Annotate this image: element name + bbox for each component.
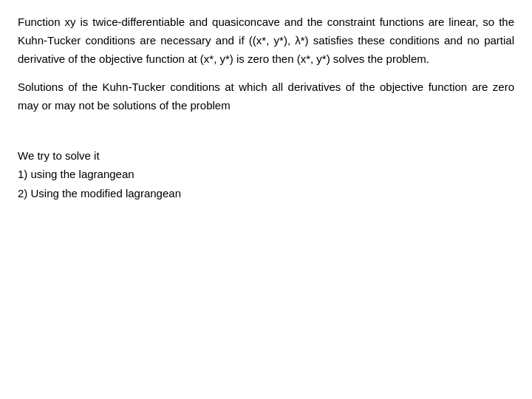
paragraph-block-1: Function xy is twice-differentiable and … (18, 13, 514, 68)
spacer (18, 129, 514, 139)
list-section: We try to solve it 1) using the lagrange… (18, 146, 514, 203)
intro-text: We try to solve it (18, 146, 514, 166)
paragraph-1: Function xy is twice-differentiable and … (18, 13, 514, 68)
main-content: Function xy is twice-differentiable and … (0, 0, 532, 399)
list-item-1: 1) using the lagrangean (18, 165, 514, 184)
paragraph-block-2: Solutions of the Kuhn-Tucker conditions … (18, 78, 514, 115)
paragraph-2: Solutions of the Kuhn-Tucker conditions … (18, 78, 514, 115)
list-item-2: 2) Using the modified lagrangean (18, 184, 514, 203)
